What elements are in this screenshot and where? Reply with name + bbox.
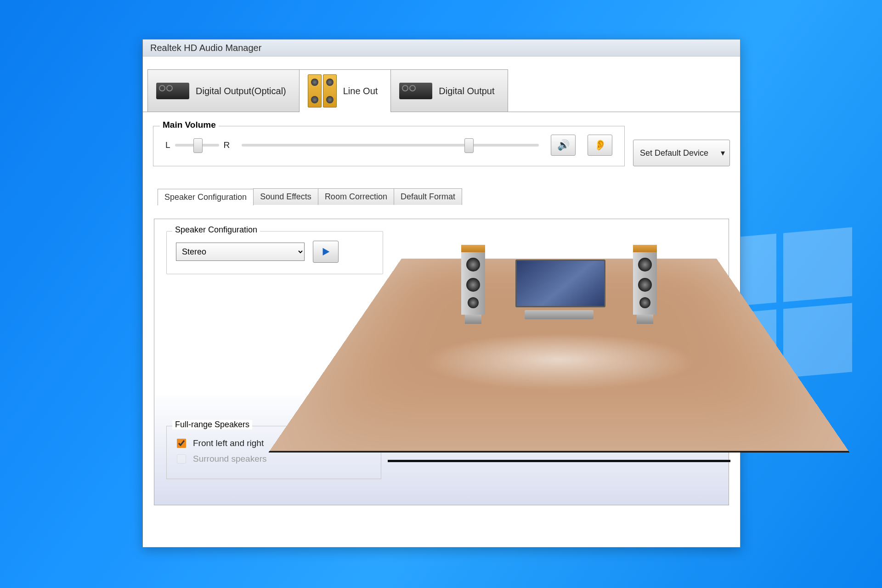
tab-line-out[interactable]: Line Out (299, 69, 391, 112)
set-default-device-dropdown[interactable]: Set Default Device ▾ (633, 140, 730, 166)
main-volume-row: Main Volume L R 🔊 👂 (153, 126, 730, 166)
balance-left-label: L (165, 140, 170, 150)
surround-checkbox-row: Surround speakers (175, 453, 373, 465)
device-tab-strip: Digital Output(Optical) Line Out Digital… (147, 69, 740, 112)
tab-digital-output-optical[interactable]: Digital Output(Optical) (147, 69, 300, 112)
device-tab-label: Digital Output (439, 86, 494, 96)
ear-icon: 👂 (594, 139, 606, 151)
balance-thumb[interactable] (193, 138, 203, 153)
audio-manager-window: Realtek HD Audio Manager Digital Output(… (142, 39, 741, 548)
front-lr-checkbox[interactable] (177, 439, 186, 448)
play-icon (321, 247, 331, 257)
tab-sound-effects[interactable]: Sound Effects (253, 188, 318, 205)
tv-graphic (515, 260, 603, 318)
speaker-icon: 🔊 (557, 139, 570, 151)
balance-right-label: R (224, 140, 230, 150)
speaker-configuration-label: Speaker Configuration (172, 225, 260, 235)
speaker-room-visual (401, 231, 717, 488)
default-device-label: Set Default Device (640, 148, 708, 158)
balance-slider[interactable] (175, 144, 219, 147)
left-speaker-graphic (461, 245, 485, 324)
right-speaker-graphic (633, 245, 657, 324)
main-volume-group: Main Volume L R 🔊 👂 (153, 126, 625, 166)
tab-default-format[interactable]: Default Format (394, 188, 462, 205)
device-tab-label: Line Out (343, 86, 378, 96)
speakers-icon (308, 74, 337, 107)
volume-thumb[interactable] (464, 138, 474, 153)
tab-digital-output[interactable]: Digital Output (390, 69, 508, 112)
tab-label: Room Correction (325, 192, 387, 201)
tab-room-correction[interactable]: Room Correction (318, 188, 394, 205)
test-speakers-button[interactable] (313, 241, 339, 263)
tab-speaker-configuration[interactable]: Speaker Configuration (158, 189, 254, 205)
settings-panel: Speaker Configuration Stereo Full-range … (154, 219, 729, 505)
settings-tab-strip: Speaker Configuration Sound Effects Room… (158, 188, 740, 205)
tab-label: Speaker Configuration (164, 192, 247, 202)
full-range-label: Full-range Speakers (172, 420, 252, 430)
mute-button[interactable]: 🔊 (551, 135, 576, 156)
surround-label: Surround speakers (193, 454, 267, 464)
floor-baseline (388, 460, 730, 462)
chevron-down-icon: ▾ (721, 148, 725, 158)
desktop-background: Realtek HD Audio Manager Digital Output(… (0, 0, 882, 588)
front-lr-label: Front left and right (193, 438, 264, 448)
amplifier-icon (156, 83, 189, 99)
device-tab-label: Digital Output(Optical) (196, 86, 286, 96)
speaker-configuration-select[interactable]: Stereo (176, 243, 305, 261)
window-title: Realtek HD Audio Manager (143, 40, 740, 57)
audio-preferences-button[interactable]: 👂 (588, 135, 612, 156)
surround-checkbox (177, 454, 186, 464)
speaker-configuration-group: Speaker Configuration Stereo (166, 231, 383, 274)
amplifier-icon (399, 83, 432, 99)
volume-slider[interactable] (242, 144, 539, 147)
tab-label: Default Format (401, 192, 455, 201)
main-volume-label: Main Volume (160, 120, 219, 130)
tab-label: Sound Effects (260, 192, 311, 201)
balance-control: L R (165, 140, 230, 150)
